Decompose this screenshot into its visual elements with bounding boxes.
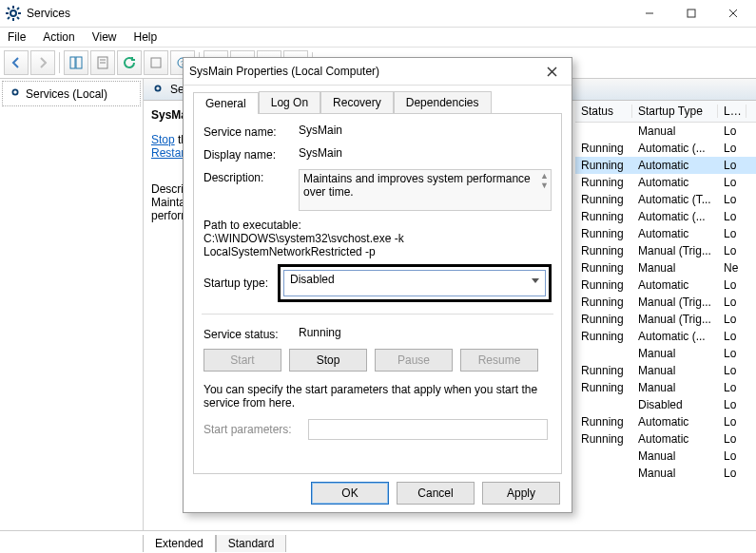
services-icon [9, 86, 22, 102]
table-row[interactable]: RunningManualLo [575, 362, 756, 379]
display-name-value: SysMain [299, 146, 552, 162]
ok-button[interactable]: OK [311, 482, 389, 505]
cell-logon: Lo [718, 415, 746, 429]
cell-logon: Lo [718, 124, 746, 138]
cell-startup: Automatic (T... [632, 193, 718, 206]
menu-view[interactable]: View [92, 30, 117, 44]
table-row[interactable]: ManualLo [575, 465, 756, 482]
table-row[interactable]: RunningAutomatic (T...Lo [575, 191, 756, 208]
tab-recovery[interactable]: Recovery [320, 91, 394, 113]
cell-logon: Lo [718, 432, 746, 446]
service-list[interactable]: Status Startup Type Lo... ManualLoRunnin… [575, 101, 756, 530]
window-minimize-button[interactable] [629, 0, 670, 27]
cell-status: Running [575, 296, 632, 309]
list-header: Status Startup Type Lo... [575, 101, 756, 123]
dialog-titlebar: SysMain Properties (Local Computer) [184, 58, 572, 86]
start-parameters-input[interactable] [308, 419, 548, 440]
cell-startup: Manual [632, 347, 718, 360]
svg-point-27 [12, 89, 17, 94]
stop-service-link[interactable]: Stop [151, 133, 175, 146]
cell-startup: Manual [632, 467, 718, 480]
window-close-button[interactable] [712, 0, 754, 27]
table-row[interactable]: RunningManualNe [575, 259, 756, 276]
tab-dependencies[interactable]: Dependencies [394, 91, 492, 113]
toolbar-refresh-icon[interactable] [117, 50, 142, 75]
col-status[interactable]: Status [575, 105, 632, 118]
table-row[interactable]: RunningManualLo [575, 379, 756, 396]
table-row[interactable]: ManualLo [575, 123, 756, 140]
stop-button[interactable]: Stop [289, 349, 367, 372]
resume-button[interactable]: Resume [460, 349, 538, 372]
dialog-body: Service name: SysMain Display name: SysM… [193, 113, 562, 474]
cell-logon: Lo [718, 210, 746, 223]
dialog-title: SysMain Properties (Local Computer) [189, 65, 537, 78]
window-titlebar: Services [0, 0, 756, 28]
tree-node-services-local[interactable]: Services (Local) [2, 81, 141, 106]
table-row[interactable]: RunningAutomaticLo [575, 430, 756, 448]
start-button[interactable]: Start [204, 349, 281, 372]
cell-status: Running [575, 193, 632, 206]
cell-logon: Lo [718, 398, 746, 411]
start-params-hint: You can specify the start parameters tha… [204, 383, 552, 410]
toolbar-view-icon[interactable] [64, 50, 88, 75]
cell-logon: Lo [718, 278, 746, 292]
cell-startup: Manual [632, 381, 718, 394]
cell-startup: Manual (Trig... [632, 244, 718, 257]
description-scroll-icons[interactable]: ▲▼ [540, 172, 549, 189]
toolbar-export-icon[interactable] [144, 50, 168, 75]
cell-logon: Lo [718, 449, 746, 463]
table-row[interactable]: RunningManual (Trig...Lo [575, 311, 756, 328]
apply-button[interactable]: Apply [482, 482, 560, 505]
table-row[interactable]: DisabledLo [575, 396, 756, 413]
menu-file[interactable]: File [8, 30, 26, 44]
cell-startup: Manual [632, 449, 718, 463]
cell-startup: Automatic [632, 432, 718, 446]
table-row[interactable]: RunningAutomatic (...Lo [575, 140, 756, 157]
menu-action[interactable]: Action [43, 30, 74, 44]
tab-log-on[interactable]: Log On [259, 91, 320, 113]
separator [202, 314, 553, 315]
table-row[interactable]: RunningAutomaticLo [575, 276, 756, 294]
table-row[interactable]: RunningManual (Trig...Lo [575, 242, 756, 259]
col-startup-type[interactable]: Startup Type [632, 105, 718, 118]
window-maximize-button[interactable] [670, 0, 712, 27]
services-icon [6, 6, 21, 21]
table-row[interactable]: RunningAutomaticLo [575, 225, 756, 242]
table-row[interactable]: ManualLo [575, 448, 756, 465]
display-name-label: Display name: [204, 146, 299, 162]
tab-standard[interactable]: Standard [216, 535, 287, 552]
cell-startup: Automatic [632, 176, 718, 189]
col-logon[interactable]: Lo... [718, 105, 746, 118]
toolbar-properties-icon[interactable] [90, 50, 115, 75]
startup-type-select[interactable]: Disabled [283, 270, 546, 296]
cell-logon: Ne [718, 261, 746, 275]
back-button[interactable] [4, 50, 29, 75]
service-name-value: SysMain [299, 124, 552, 139]
cell-logon: Lo [718, 330, 746, 343]
table-row[interactable]: RunningAutomaticLo [575, 174, 756, 191]
cell-logon: Lo [718, 244, 746, 257]
cell-startup: Automatic (... [632, 330, 718, 343]
cell-logon: Lo [718, 296, 746, 309]
tab-general[interactable]: General [193, 92, 259, 114]
table-row[interactable]: RunningManual (Trig...Lo [575, 294, 756, 311]
table-row[interactable]: ManualLo [575, 345, 756, 362]
description-text: Maintains and improves system performanc… [299, 169, 552, 211]
properties-dialog: SysMain Properties (Local Computer) Gene… [183, 57, 572, 513]
table-row[interactable]: RunningAutomaticLo [575, 157, 756, 174]
menu-help[interactable]: Help [134, 30, 158, 44]
cell-status: Running [575, 381, 632, 394]
menu-bar: File Action View Help [0, 28, 756, 47]
path-label: Path to executable: [204, 219, 552, 232]
cell-logon: Lo [718, 347, 746, 360]
dialog-close-button[interactable] [537, 60, 566, 83]
table-row[interactable]: RunningAutomatic (...Lo [575, 208, 756, 225]
tab-extended[interactable]: Extended [143, 535, 216, 552]
cell-status: Running [575, 364, 632, 377]
forward-button[interactable] [30, 50, 55, 75]
table-row[interactable]: RunningAutomatic (...Lo [575, 328, 756, 345]
pause-button[interactable]: Pause [375, 349, 453, 372]
cell-startup: Manual [632, 364, 718, 377]
cancel-button[interactable]: Cancel [397, 482, 475, 505]
table-row[interactable]: RunningAutomaticLo [575, 413, 756, 430]
